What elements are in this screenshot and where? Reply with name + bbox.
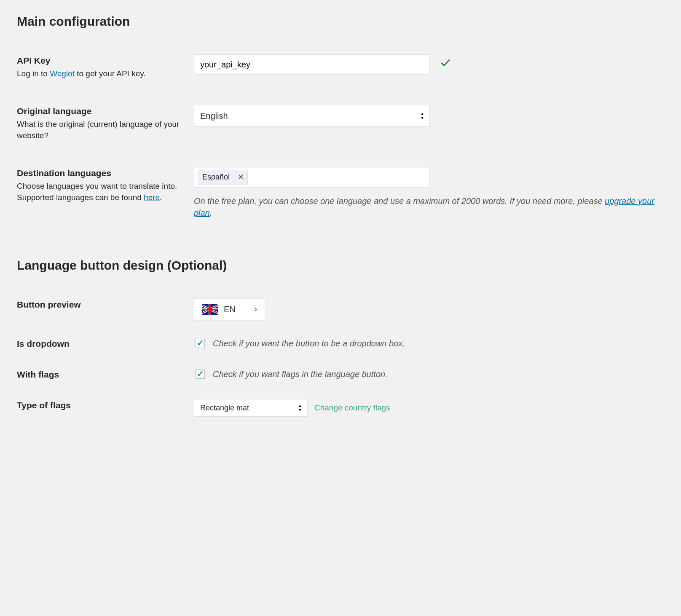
label-destination-languages: Destination languages — [17, 167, 181, 179]
row-button-preview: Button preview EN › — [17, 298, 664, 321]
label-with-flags: With flags — [17, 368, 181, 380]
checkbox-with-flags[interactable] — [196, 370, 205, 379]
flag-uk-icon — [202, 304, 218, 315]
link-here[interactable]: here — [144, 193, 160, 202]
desc-is-dropdown: Check if you want the button to be a dro… — [213, 337, 405, 349]
remove-tag-icon[interactable]: ✕ — [234, 170, 247, 184]
checkbox-is-dropdown[interactable] — [196, 339, 205, 348]
text: . — [160, 193, 162, 202]
divider — [17, 37, 664, 37]
row-type-of-flags: Type of flags Rectangle mat ▲▼ Change co… — [17, 399, 664, 417]
hint-destination-languages: On the free plan, you can choose one lan… — [194, 195, 664, 219]
divider — [17, 281, 664, 281]
check-icon — [440, 57, 451, 72]
section-main-config: Main configuration — [17, 13, 664, 30]
label-api-key: API Key — [17, 54, 181, 67]
row-destination-languages: Destination languages Choose languages y… — [17, 167, 664, 219]
link-change-country-flags[interactable]: Change country flags — [314, 402, 390, 414]
language-tag: Español ✕ — [198, 170, 248, 185]
input-api-key[interactable] — [194, 54, 430, 75]
label-type-of-flags: Type of flags — [17, 399, 181, 411]
select-value: Rectangle mat — [200, 403, 249, 413]
chevron-right-icon: › — [254, 303, 257, 316]
select-original-language[interactable]: English ▲▼ — [194, 105, 430, 127]
label-is-dropdown: Is dropdown — [17, 337, 181, 350]
section-language-button-design: Language button design (Optional) — [17, 257, 664, 274]
row-api-key: API Key Log in to Weglot to get your API… — [17, 54, 664, 80]
desc-api-key: Log in to Weglot to get your API key. — [17, 68, 181, 80]
row-is-dropdown: Is dropdown Check if you want the button… — [17, 337, 664, 351]
row-original-language: Original language What is the original (… — [17, 105, 664, 142]
desc-with-flags: Check if you want flags in the language … — [213, 368, 388, 380]
language-tag-label: Español — [198, 170, 234, 184]
select-arrows-icon: ▲▼ — [298, 404, 302, 412]
language-code: EN — [224, 303, 236, 315]
desc-original-language: What is the original (current) language … — [17, 119, 181, 141]
select-value: English — [200, 110, 228, 122]
label-button-preview: Button preview — [17, 298, 181, 311]
link-weglot[interactable]: Weglot — [50, 69, 75, 78]
text: to get your API key. — [75, 69, 146, 78]
desc-destination-languages: Choose languages you want to translate i… — [17, 181, 181, 203]
text: Log in to — [17, 69, 50, 78]
row-with-flags: With flags Check if you want flags in th… — [17, 368, 664, 382]
input-destination-languages[interactable]: Español ✕ — [194, 167, 430, 187]
select-type-of-flags[interactable]: Rectangle mat ▲▼ — [194, 399, 308, 417]
text: On the free plan, you can choose one lan… — [194, 196, 605, 206]
text: . — [210, 208, 212, 217]
language-button-preview[interactable]: EN › — [194, 298, 265, 321]
select-arrows-icon: ▲▼ — [420, 112, 424, 120]
label-original-language: Original language — [17, 105, 181, 117]
